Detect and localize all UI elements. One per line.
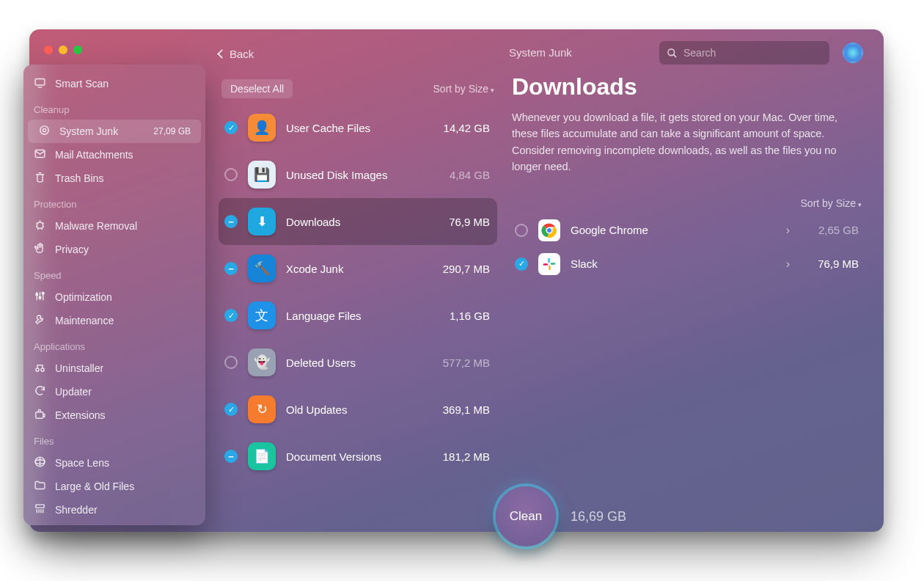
window-controls: [44, 45, 82, 54]
wrench-icon: [34, 313, 46, 328]
chevron-right-icon: ›: [786, 257, 790, 271]
trash-icon: [34, 171, 46, 186]
sidebar-item-system-junk[interactable]: System Junk27,09 GB: [28, 120, 201, 143]
back-button[interactable]: Back: [219, 48, 254, 60]
sidebar-item-label: Shredder: [55, 504, 98, 516]
svg-line-24: [673, 54, 676, 57]
breadcrumb[interactable]: System Junk: [509, 46, 572, 59]
search-box[interactable]: [659, 41, 829, 65]
category-row-document-versions[interactable]: −📄Document Versions181,2 MB: [219, 433, 497, 480]
sidebar-item-updater[interactable]: Updater: [23, 380, 205, 403]
category-icon: 📄: [248, 442, 276, 470]
sidebar-item-uninstaller[interactable]: Uninstaller: [23, 357, 205, 380]
detail-sort-button[interactable]: Sort by Size▾: [512, 197, 862, 209]
checkbox-mixed-icon[interactable]: −: [224, 450, 238, 463]
chevron-right-icon: ›: [786, 224, 790, 237]
checkbox-checked-icon[interactable]: ✓: [224, 309, 238, 322]
checkbox-empty-icon[interactable]: [515, 224, 528, 237]
sidebar-item-maintenance[interactable]: Maintenance: [23, 309, 205, 332]
clean-button[interactable]: Clean: [496, 486, 556, 547]
close-button[interactable]: [44, 45, 53, 54]
category-row-old-updates[interactable]: ✓↻Old Updates369,1 MB: [219, 386, 497, 433]
checkbox-checked-icon[interactable]: ✓: [224, 121, 238, 134]
search-input[interactable]: [683, 47, 822, 59]
svg-rect-30: [551, 263, 556, 265]
category-icon: 👻: [248, 348, 276, 376]
maximize-button[interactable]: [73, 45, 82, 54]
sidebar-item-extensions[interactable]: Extensions: [23, 403, 205, 427]
sidebar-section-header: Files: [23, 431, 205, 451]
detail-title: Downloads: [512, 73, 862, 101]
uninst-icon: [34, 361, 46, 376]
sidebar-item-privacy[interactable]: Privacy: [23, 238, 205, 261]
sidebar-item-label: System Junk: [59, 125, 118, 137]
checkbox-empty-icon[interactable]: [224, 168, 238, 181]
category-size: 369,1 MB: [443, 403, 490, 416]
category-row-unused-disk-images[interactable]: 💾Unused Disk Images4,84 GB: [219, 151, 497, 198]
sidebar-section-header: Applications: [23, 337, 205, 357]
sidebar-item-large-old-files[interactable]: Large & Old Files: [23, 475, 205, 498]
detail-row-size: 2,65 GB: [800, 224, 859, 236]
sidebar-item-label: Uninstaller: [55, 362, 103, 374]
category-icon: ↻: [248, 395, 276, 423]
sidebar-item-label: Updater: [55, 386, 92, 398]
detail-row-size: 76,9 MB: [800, 257, 859, 270]
app-window: Smart ScanCleanupSystem Junk27,09 GBMail…: [29, 29, 884, 532]
category-icon: 👤: [248, 114, 276, 142]
category-label: Language Files: [286, 310, 362, 322]
sliders-icon: [34, 290, 46, 304]
detail-row-label: Google Chrome: [571, 224, 648, 236]
sidebar-item-label: Maintenance: [55, 315, 114, 326]
checkbox-checked-icon[interactable]: ✓: [224, 403, 238, 416]
category-row-downloads[interactable]: −⬇Downloads76,9 MB: [219, 198, 497, 245]
monitor-icon: [34, 76, 46, 91]
category-size: 577,2 MB: [443, 357, 490, 369]
category-icon: ⬇: [248, 208, 276, 235]
category-row-deleted-users[interactable]: 👻Deleted Users577,2 MB: [219, 339, 497, 386]
bug-icon: [34, 219, 46, 233]
sidebar-item-mail-attachments[interactable]: Mail Attachments: [23, 143, 205, 167]
checkbox-empty-icon[interactable]: [224, 356, 238, 369]
sidebar-item-optimization[interactable]: Optimization: [23, 285, 205, 309]
detail-row-slack[interactable]: ✓Slack›76,9 MB: [512, 247, 862, 281]
sidebar-item-label: Privacy: [55, 244, 89, 255]
minimize-button[interactable]: [59, 45, 67, 54]
sidebar: Smart ScanCleanupSystem Junk27,09 GBMail…: [23, 65, 205, 525]
sidebar-item-smart-scan[interactable]: Smart Scan: [23, 72, 205, 95]
clean-total-size: 16,69 GB: [571, 509, 626, 525]
checkbox-checked-icon[interactable]: ✓: [515, 257, 528, 271]
deselect-all-button[interactable]: Deselect All: [221, 79, 293, 98]
svg-rect-31: [549, 266, 551, 271]
checkbox-mixed-icon[interactable]: −: [224, 215, 238, 228]
category-row-xcode-junk[interactable]: −🔨Xcode Junk290,7 MB: [219, 245, 497, 292]
sidebar-item-label: Malware Removal: [55, 220, 137, 232]
account-avatar[interactable]: [843, 43, 863, 63]
category-row-language-files[interactable]: ✓文Language Files1,16 GB: [219, 292, 497, 339]
svg-point-12: [36, 368, 39, 371]
category-label: Downloads: [286, 216, 340, 228]
junk-icon: [38, 124, 51, 139]
mail-icon: [34, 147, 46, 162]
category-row-user-cache-files[interactable]: ✓👤User Cache Files14,42 GB: [219, 104, 497, 151]
svg-point-2: [40, 126, 48, 134]
svg-point-9: [36, 293, 38, 296]
topbar: Back System Junk: [219, 41, 870, 66]
sidebar-item-shredder[interactable]: Shredder: [23, 498, 205, 522]
checkbox-mixed-icon[interactable]: −: [224, 262, 238, 275]
category-label: Xcode Junk: [286, 263, 343, 275]
svg-rect-29: [548, 258, 550, 263]
svg-point-13: [41, 368, 44, 371]
sidebar-item-trash-bins[interactable]: Trash Bins: [23, 167, 205, 190]
category-icon: 文: [248, 302, 276, 329]
detail-row-google-chrome[interactable]: Google Chrome›2,65 GB: [512, 213, 862, 247]
sidebar-item-malware-removal[interactable]: Malware Removal: [23, 214, 205, 238]
sidebar-item-label: Optimization: [55, 291, 112, 303]
sidebar-item-space-lens[interactable]: Space Lens: [23, 451, 205, 475]
svg-point-10: [39, 296, 41, 299]
sort-button[interactable]: Sort by Size▾: [433, 83, 494, 95]
sidebar-section-header: Protection: [23, 194, 205, 214]
search-icon: [667, 48, 678, 59]
chevron-down-icon: ▾: [491, 87, 494, 94]
category-label: Old Updates: [286, 403, 347, 416]
category-label: Deleted Users: [286, 357, 356, 369]
